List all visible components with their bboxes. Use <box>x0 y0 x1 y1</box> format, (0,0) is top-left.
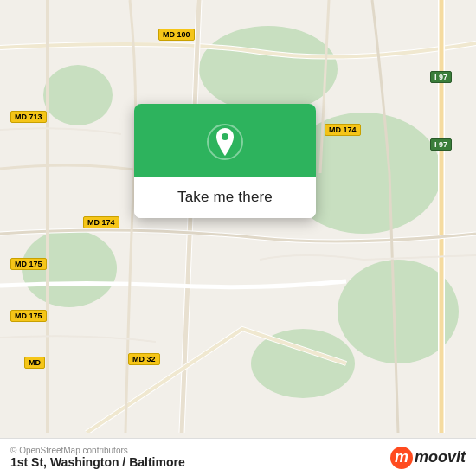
road-sign-md100: MD 100 <box>158 29 195 41</box>
road-sign-md32: MD 32 <box>128 353 160 365</box>
popup-card: Take me there <box>134 104 316 218</box>
bottom-bar: © OpenStreetMap contributors 1st St, Was… <box>0 438 476 476</box>
moovit-logo: m moovit <box>390 447 466 469</box>
map-background <box>0 0 476 476</box>
map-pin-icon <box>206 123 244 161</box>
road-sign-i97-mid: I 97 <box>430 138 452 151</box>
moovit-m-icon: m <box>390 447 413 469</box>
take-me-there-button[interactable]: Take me there <box>134 177 316 218</box>
road-sign-md-bot: MD <box>24 357 45 369</box>
moovit-text: moovit <box>415 448 466 466</box>
copyright-text: © OpenStreetMap contributors <box>10 446 185 455</box>
svg-point-7 <box>222 133 228 140</box>
road-sign-i97-top: I 97 <box>430 71 452 83</box>
road-sign-md175-top: MD 175 <box>10 258 47 270</box>
popup-icon-area <box>134 104 316 177</box>
road-sign-md174-right: MD 174 <box>325 124 361 136</box>
location-text: 1st St, Washington / Baltimore <box>10 455 185 469</box>
bottom-left: © OpenStreetMap contributors 1st St, Was… <box>10 446 185 469</box>
road-sign-md174-left: MD 174 <box>83 216 119 228</box>
map-container: MD 100 MD 713 MD 174 I 97 I 97 MD 174 MD… <box>0 0 476 476</box>
road-sign-md175-bot: MD 175 <box>10 310 47 322</box>
road-sign-md713: MD 713 <box>10 111 47 123</box>
